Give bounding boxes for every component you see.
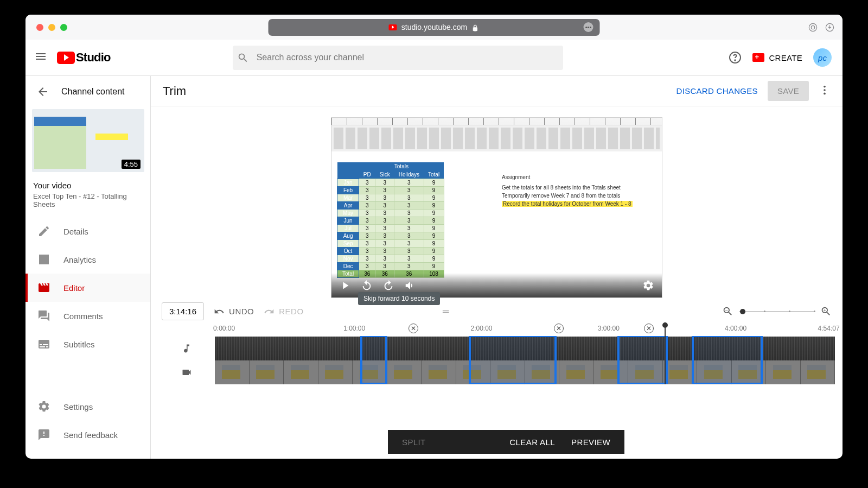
svg-point-1 <box>811 26 814 29</box>
zoom-out-icon[interactable] <box>722 306 733 317</box>
timeline-ruler[interactable]: 0:00:00 1:00:00 2:00:00 3:00:00 4:00:00 … <box>215 325 835 337</box>
video-track-label[interactable] <box>158 360 215 384</box>
ruler-mark: 4:54:07 <box>818 325 840 332</box>
skip-back-icon[interactable] <box>361 280 373 291</box>
nav-analytics[interactable]: Analytics <box>25 245 150 274</box>
gear-icon <box>37 400 50 413</box>
nav-settings-label: Settings <box>63 402 93 411</box>
reader-icon[interactable]: ••• <box>584 22 593 32</box>
zoom-slider[interactable] <box>739 311 815 312</box>
trim-action-bar: SPLIT CLEAR ALL PREVIEW <box>388 430 624 454</box>
save-button[interactable]: SAVE <box>768 81 809 101</box>
browser-titlebar: studio.youtube.com ••• <box>25 15 843 40</box>
zoom-in-icon[interactable] <box>820 306 832 317</box>
back-to-channel-content[interactable]: Channel content <box>25 77 150 106</box>
preview-button[interactable]: PREVIEW <box>571 438 610 447</box>
svg-point-5 <box>824 85 826 87</box>
nav-editor-label: Editor <box>63 283 85 293</box>
video-title: Excel Top Ten - #12 - Totalling Sheets <box>33 192 143 208</box>
playhead[interactable] <box>665 322 666 384</box>
create-button[interactable]: CREATE <box>752 53 802 62</box>
ruler-mark: 3:00:00 <box>598 325 620 332</box>
delete-segment-icon[interactable]: ✕ <box>644 324 654 333</box>
account-avatar[interactable]: pc <box>813 48 832 67</box>
trim-segment[interactable] <box>617 336 668 384</box>
sidebar: Channel content 4:55 Your video Excel To… <box>25 76 151 459</box>
url-text: studio.youtube.com <box>401 23 467 31</box>
subtitles-icon <box>37 338 50 351</box>
editor-icon <box>37 281 50 294</box>
video-thumbnail[interactable]: 4:55 <box>32 109 144 172</box>
clear-all-button[interactable]: CLEAR ALL <box>509 438 555 447</box>
create-camera-icon <box>752 53 764 62</box>
nav-editor[interactable]: Editor <box>25 274 150 302</box>
avatar-text: pc <box>818 53 827 62</box>
timecode-input[interactable]: 3:14:16 <box>162 302 204 320</box>
search-box[interactable] <box>233 46 563 70</box>
more-options-button[interactable] <box>819 84 831 98</box>
nav-subtitles-label: Subtitles <box>63 340 95 349</box>
youtube-favicon-icon <box>389 24 397 30</box>
preview-assignment-text: Assignment Get the totals for all 8 shee… <box>502 174 633 209</box>
skip-forward-tooltip: Skip forward 10 seconds <box>358 292 440 305</box>
nav-comments-label: Comments <box>63 312 103 321</box>
play-icon[interactable] <box>339 280 351 291</box>
undo-icon <box>214 306 225 317</box>
trim-segment[interactable] <box>692 336 763 384</box>
create-label: CREATE <box>769 53 802 62</box>
panel-drag-handle[interactable]: ═ <box>443 307 454 316</box>
back-label: Channel content <box>61 87 125 97</box>
downloads-icon[interactable] <box>825 22 835 33</box>
timeline-tracks[interactable] <box>158 337 835 384</box>
nav-settings[interactable]: Settings <box>25 392 150 421</box>
redo-button[interactable]: REDO <box>264 306 303 317</box>
youtube-logo-icon <box>57 52 75 64</box>
feedback-icon <box>37 428 50 441</box>
lock-icon <box>471 23 479 31</box>
nav-feedback[interactable]: Send feedback <box>25 421 150 449</box>
undo-button[interactable]: UNDO <box>214 306 254 317</box>
ruler-mark: 4:00:00 <box>725 325 746 332</box>
svg-point-0 <box>809 23 816 31</box>
nav-feedback-label: Send feedback <box>63 430 118 440</box>
audio-track-label[interactable] <box>158 337 215 360</box>
undo-label: UNDO <box>229 307 254 316</box>
menu-icon[interactable] <box>34 50 47 65</box>
nav-details-label: Details <box>63 227 88 236</box>
svg-point-7 <box>824 92 826 94</box>
analytics-icon <box>37 253 50 266</box>
player-settings-icon[interactable] <box>642 280 654 291</box>
ruler-mark: 0:00:00 <box>213 325 235 332</box>
maximize-window-icon[interactable] <box>60 24 67 31</box>
nav-comments[interactable]: Comments <box>25 302 150 330</box>
privacy-report-icon[interactable] <box>808 22 818 33</box>
nav-subtitles[interactable]: Subtitles <box>25 330 150 358</box>
studio-logo[interactable]: Studio <box>57 50 111 65</box>
traffic-lights[interactable] <box>36 24 67 31</box>
volume-icon[interactable] <box>404 280 416 291</box>
comments-icon <box>37 309 50 322</box>
minimize-window-icon[interactable] <box>48 24 55 31</box>
discard-changes-button[interactable]: DISCARD CHANGES <box>676 86 758 96</box>
delete-segment-icon[interactable]: ✕ <box>409 324 418 333</box>
search-icon <box>237 52 249 64</box>
back-arrow-icon <box>36 85 49 98</box>
url-bar[interactable]: studio.youtube.com ••• <box>269 19 600 36</box>
video-preview[interactable]: TotalsPDSickHolidaysTotalJan3339Feb3339M… <box>331 117 662 298</box>
close-window-icon[interactable] <box>36 24 43 31</box>
nav-details[interactable]: Details <box>25 217 150 245</box>
your-video-label: Your video <box>33 181 143 190</box>
trim-segment[interactable] <box>469 336 557 384</box>
help-icon[interactable] <box>729 51 742 64</box>
timeline-toolbar: 3:14:16 UNDO REDO ═ <box>151 298 843 325</box>
skip-forward-icon[interactable] <box>382 280 394 291</box>
ruler-mark: 2:00:00 <box>470 325 492 332</box>
trim-segment[interactable] <box>360 336 387 384</box>
split-button[interactable]: SPLIT <box>388 438 440 447</box>
logo-text: Studio <box>76 50 111 65</box>
music-note-icon <box>181 343 192 354</box>
thumbnail-duration: 4:55 <box>122 160 141 169</box>
ruler-mark: 1:00:00 <box>343 325 365 332</box>
delete-segment-icon[interactable]: ✕ <box>554 324 564 333</box>
search-input[interactable] <box>257 53 559 62</box>
